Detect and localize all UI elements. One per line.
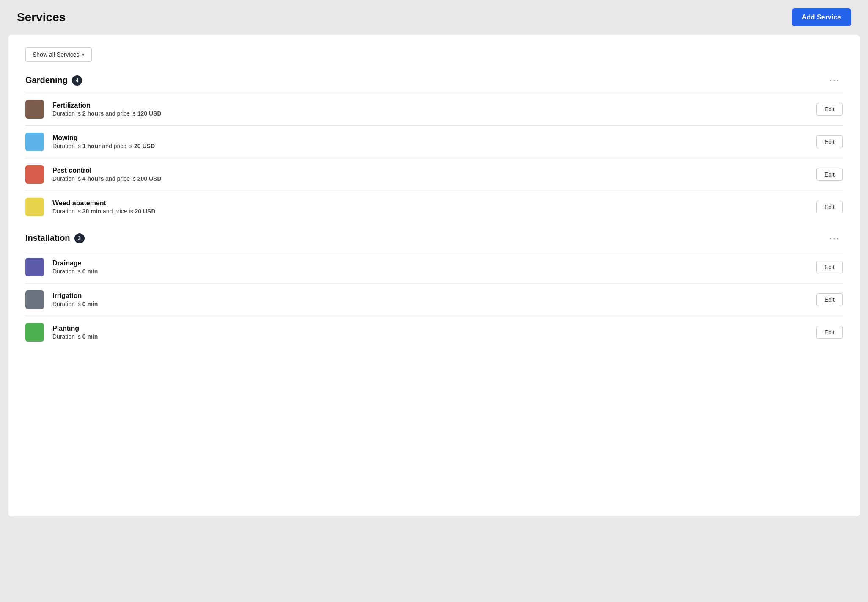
service-item: Pest controlDuration is 4 hours and pric… (25, 158, 843, 191)
edit-button-mowing[interactable]: Edit (816, 135, 843, 148)
category-more-button-gardening[interactable]: ··· (826, 74, 843, 87)
service-item: MowingDuration is 1 hour and price is 20… (25, 126, 843, 158)
service-color-swatch-drainage (25, 258, 44, 276)
category-title-gardening: Gardening (25, 75, 68, 85)
category-header-installation: Installation3··· (25, 232, 843, 251)
service-details-drainage: Duration is 0 min (52, 268, 816, 275)
service-color-swatch-pest-control (25, 165, 44, 184)
service-color-swatch-fertilization (25, 100, 44, 119)
service-name-drainage: Drainage (52, 260, 816, 267)
categories-container: Gardening4···FertilizationDuration is 2 … (25, 74, 843, 348)
service-name-irrigation: Irrigation (52, 292, 816, 300)
edit-button-pest-control[interactable]: Edit (816, 168, 843, 181)
service-color-swatch-mowing (25, 133, 44, 151)
service-color-swatch-weed-abatement (25, 198, 44, 216)
add-service-button[interactable]: Add Service (792, 8, 851, 26)
service-name-planting: Planting (52, 325, 816, 332)
chevron-down-icon: ▾ (82, 52, 85, 58)
edit-button-fertilization[interactable]: Edit (816, 103, 843, 116)
service-details-pest-control: Duration is 4 hours and price is 200 USD (52, 175, 816, 182)
category-title-group-installation: Installation3 (25, 233, 85, 243)
service-name-fertilization: Fertilization (52, 102, 816, 109)
edit-button-drainage[interactable]: Edit (816, 261, 843, 273)
category-title-group-gardening: Gardening4 (25, 75, 82, 86)
filter-bar: Show all Services ▾ (25, 47, 843, 62)
edit-button-weed-abatement[interactable]: Edit (816, 201, 843, 213)
main-content: Show all Services ▾ Gardening4···Fertili… (8, 35, 860, 516)
service-details-weed-abatement: Duration is 30 min and price is 20 USD (52, 208, 816, 215)
service-name-weed-abatement: Weed abatement (52, 199, 816, 207)
category-badge-installation: 3 (74, 233, 85, 243)
service-details-fertilization: Duration is 2 hours and price is 120 USD (52, 110, 816, 117)
service-name-pest-control: Pest control (52, 167, 816, 174)
show-all-services-button[interactable]: Show all Services ▾ (25, 47, 92, 62)
service-info-mowing: MowingDuration is 1 hour and price is 20… (52, 134, 816, 149)
show-all-label: Show all Services (33, 51, 80, 58)
service-details-planting: Duration is 0 min (52, 333, 816, 340)
edit-button-planting[interactable]: Edit (816, 326, 843, 339)
service-info-pest-control: Pest controlDuration is 4 hours and pric… (52, 167, 816, 182)
service-info-drainage: DrainageDuration is 0 min (52, 260, 816, 275)
service-item: FertilizationDuration is 2 hours and pri… (25, 93, 843, 126)
service-name-mowing: Mowing (52, 134, 816, 142)
service-info-planting: PlantingDuration is 0 min (52, 325, 816, 340)
page-header: Services Add Service (0, 0, 868, 35)
service-item: IrrigationDuration is 0 minEdit (25, 284, 843, 316)
service-item: DrainageDuration is 0 minEdit (25, 251, 843, 284)
category-header-gardening: Gardening4··· (25, 74, 843, 93)
edit-button-irrigation[interactable]: Edit (816, 293, 843, 306)
category-title-installation: Installation (25, 233, 70, 243)
service-info-fertilization: FertilizationDuration is 2 hours and pri… (52, 102, 816, 117)
service-info-irrigation: IrrigationDuration is 0 min (52, 292, 816, 307)
service-info-weed-abatement: Weed abatementDuration is 30 min and pri… (52, 199, 816, 215)
service-color-swatch-planting (25, 323, 44, 342)
service-details-mowing: Duration is 1 hour and price is 20 USD (52, 143, 816, 149)
category-more-button-installation[interactable]: ··· (826, 232, 843, 245)
service-item: Weed abatementDuration is 30 min and pri… (25, 191, 843, 223)
page-title: Services (17, 11, 66, 24)
service-color-swatch-irrigation (25, 290, 44, 309)
service-details-irrigation: Duration is 0 min (52, 301, 816, 307)
category-section-gardening: Gardening4···FertilizationDuration is 2 … (25, 74, 843, 223)
category-section-installation: Installation3···DrainageDuration is 0 mi… (25, 232, 843, 348)
category-badge-gardening: 4 (72, 75, 82, 86)
service-item: PlantingDuration is 0 minEdit (25, 316, 843, 348)
